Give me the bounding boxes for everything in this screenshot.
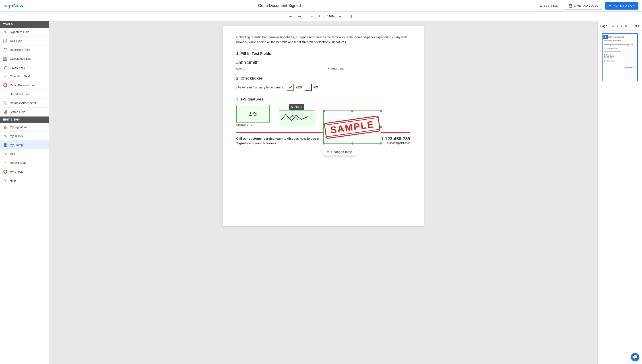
section2-title: 2. Checkboxes: [236, 76, 410, 81]
signature-label: SIGNATURE: [236, 124, 270, 126]
drawing-sig-group: ✥ OK ×: [279, 110, 314, 126]
thumb-image: Sample Document Welcome to e-Signature! …: [602, 34, 637, 81]
sidebar-item-radio-button-group[interactable]: ⭕ Radio Button Group: [0, 81, 49, 90]
ok-button[interactable]: OK: [294, 105, 299, 109]
invite-to-sign-button[interactable]: INVITE TO SIGN: [605, 2, 638, 10]
sidebar-item-datetime-field[interactable]: 📅 Date/Time Field: [0, 46, 49, 54]
sidebar-label-signature-field: Signature Field: [10, 30, 29, 34]
resize-handle-br[interactable]: [380, 142, 382, 144]
prev-page-button[interactable]: ‹: [616, 23, 619, 29]
first-page-button[interactable]: «: [611, 23, 615, 29]
resize-handle-lc[interactable]: [323, 126, 325, 128]
sidebar-item-todays-date[interactable]: ✓ Today's Date: [0, 158, 49, 167]
settings-button[interactable]: SETTINGS: [536, 2, 562, 10]
download-button[interactable]: ⬇: [348, 13, 355, 20]
no-checkbox[interactable]: [304, 84, 312, 91]
sidebar-label-text: Text: [10, 152, 15, 156]
zoom-select[interactable]: 50% 75% 100% 120% 150% 200%: [324, 14, 342, 19]
page-label: Page: [600, 24, 607, 28]
radio-icon: ⭕: [3, 83, 8, 87]
page-info: 1 of 1: [632, 24, 639, 28]
toolbar-separator: [306, 14, 306, 19]
checkbox-row: I have read this sample document: ✓ YES …: [236, 84, 410, 91]
sidebar-item-my-initials[interactable]: ✎ My Initials: [0, 132, 49, 140]
sidebar-item-checkbox-field[interactable]: ✓ Checkbox Field: [0, 72, 49, 81]
drawing-sig-box[interactable]: [279, 110, 314, 126]
sidebar-item-signature-field[interactable]: ✎ Signature Field: [0, 28, 49, 36]
section3-title: 3. e-Signatures: [236, 97, 410, 102]
initials-sig-box[interactable]: DS: [236, 105, 270, 122]
sidebar-item-help[interactable]: ? Help: [0, 176, 49, 185]
save-and-close-button[interactable]: SAVE AND CLOSE: [565, 2, 602, 10]
stamp-icon: 🔏: [3, 110, 8, 114]
sidebar-item-my-signature[interactable]: ✍ My Signature: [0, 123, 49, 132]
signature-drawing-svg: [279, 111, 313, 124]
no-label: NO: [313, 86, 318, 89]
resize-handle-tc[interactable]: [351, 110, 354, 112]
toolbar-separator-2: [345, 14, 345, 19]
undo-button[interactable]: ↩: [287, 13, 294, 20]
text-edit-icon: ✎: [3, 152, 8, 156]
resize-handle-bc[interactable]: [351, 142, 354, 144]
resize-handle-bl[interactable]: [323, 142, 325, 144]
change-stamp-label: Change Stamp: [331, 150, 352, 154]
help-icon: ?: [3, 178, 8, 182]
page-title: Get a Document Signed: [258, 3, 301, 8]
sidebar-item-my-check[interactable]: ⭕ My Check: [0, 167, 49, 176]
section-checkboxes: 2. Checkboxes I have read this sample do…: [236, 76, 410, 91]
attachment-icon: 📎: [3, 101, 8, 105]
name-label: NAME: [236, 67, 319, 70]
my-stamp-icon: 👤: [3, 143, 8, 147]
sidebar-item-calculated-field[interactable]: 🔢 Calculated Field: [0, 54, 49, 63]
last-page-button[interactable]: »: [624, 23, 628, 29]
zoom-in-button[interactable]: +: [316, 13, 323, 20]
section1-title: 1. Fill-In Text Fields: [236, 52, 410, 56]
my-initials-icon: ✎: [3, 134, 8, 138]
phone-number: 1-123-456-789: [381, 136, 410, 142]
name-input[interactable]: [236, 59, 319, 66]
sidebar-item-dropdown-field[interactable]: ☰ Dropdown Field: [0, 90, 49, 99]
stamp-image-box[interactable]: SAMPLE: [323, 110, 381, 144]
initials-icon: 🖊: [3, 66, 8, 70]
resize-handle-tl[interactable]: [323, 110, 325, 112]
sidebar: Tools ✎ Signature Field 📝 Text Field 📅 D…: [0, 22, 49, 364]
page-thumbnail[interactable]: 1 Sample Document Welcome to e-Signature…: [602, 34, 638, 81]
sidebar-item-request-attachment[interactable]: 📎 Request Attachment: [0, 99, 49, 108]
redo-button[interactable]: ↪: [296, 13, 303, 20]
checkbox-prompt: I have read this sample document:: [236, 86, 284, 89]
page-nav: « ‹ › »: [611, 23, 628, 29]
dropdown-icon: ☰: [3, 92, 8, 96]
section-e-signatures: 3. e-Signatures DS SIGNATURE: [236, 97, 410, 126]
sidebar-label-my-signature: My Signature: [10, 126, 27, 129]
hometown-field-group: HOMETOWN: [328, 59, 410, 70]
sidebar-label-initials-field: Initials Field: [10, 66, 25, 69]
datetime-icon: 📅: [3, 48, 8, 52]
save-icon: [568, 4, 572, 8]
sidebar-item-initials-field[interactable]: 🖊 Initials Field: [0, 63, 49, 72]
yes-checkbox[interactable]: ✓: [287, 84, 294, 91]
sidebar-label-datetime-field: Date/Time Field: [10, 48, 30, 52]
next-page-button[interactable]: ›: [620, 23, 623, 29]
resize-handle-tr[interactable]: [380, 110, 382, 112]
section-fill-in-text: 1. Fill-In Text Fields NAME HOMETOWN: [236, 52, 410, 70]
sidebar-item-text[interactable]: ✎ Text: [0, 150, 49, 158]
sidebar-item-stamp-field[interactable]: 🔏 Stamp Field: [0, 108, 49, 116]
zoom-out-button[interactable]: −: [309, 13, 315, 20]
close-button[interactable]: ×: [300, 105, 302, 109]
header-actions: SETTINGS SAVE AND CLOSE INVITE TO SIGN: [536, 2, 638, 10]
pencil-icon: ✏: [327, 150, 330, 154]
sidebar-label-my-stamp: My Stamp: [10, 143, 23, 146]
initials-cursive: DS: [249, 110, 257, 117]
sample-stamp-text: SAMPLE: [324, 116, 381, 139]
change-stamp-menu[interactable]: ✏ Change Stamp: [323, 148, 356, 156]
doc-intro-text: Collecting realistic hand-drawn signatur…: [236, 35, 410, 45]
stamp-overlay[interactable]: SAMPLE: [323, 110, 381, 144]
sidebar-item-my-stamp[interactable]: 👤 My Stamp: [0, 140, 49, 150]
sidebar-item-text-field[interactable]: 📝 Text Field: [0, 36, 49, 46]
resize-handle-rc[interactable]: [380, 126, 382, 128]
hometown-input[interactable]: [328, 59, 410, 66]
thumb-text-block: Welcome to e-Signature! Collecting reali…: [604, 40, 635, 64]
sidebar-label-todays-date: Today's Date: [10, 161, 27, 164]
chat-button[interactable]: 💬: [631, 353, 639, 361]
initials-sig-group: DS SIGNATURE: [236, 105, 270, 126]
